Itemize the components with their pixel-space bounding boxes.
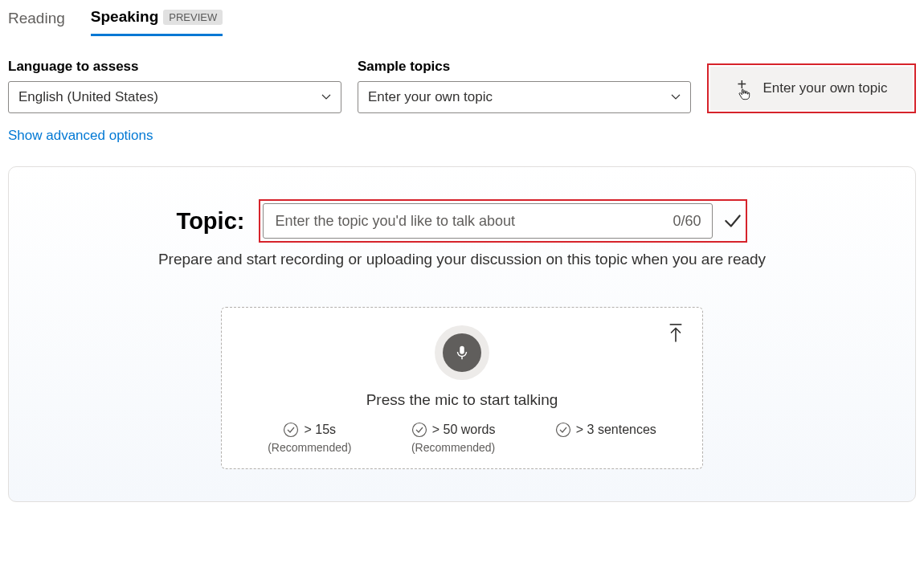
char-count: 0/60 <box>673 213 701 230</box>
svg-rect-1 <box>460 346 464 354</box>
sample-topics-dropdown[interactable]: Enter your own topic <box>358 81 691 113</box>
svg-point-3 <box>284 423 298 437</box>
confirm-checkmark-icon[interactable] <box>722 210 743 231</box>
tab-speaking[interactable]: Speaking PREVIEW <box>91 8 223 36</box>
req-duration: > 15s (Recommended) <box>268 422 351 454</box>
check-circle-icon <box>555 422 571 438</box>
req-words-text: > 50 words <box>432 423 496 437</box>
req-words-rec: (Recommended) <box>411 441 495 454</box>
topic-row: Topic: 0/60 <box>33 199 891 243</box>
mic-inner-circle <box>443 333 481 372</box>
chevron-down-icon <box>671 92 681 102</box>
chevron-down-icon <box>321 92 331 102</box>
req-duration-text: > 15s <box>304 423 336 437</box>
upload-icon[interactable] <box>667 322 685 343</box>
language-value: English (United States) <box>18 89 158 105</box>
main-panel: Topic: 0/60 Prepare and start recording … <box>8 166 916 502</box>
prepare-instructions: Prepare and start recording or uploading… <box>33 251 891 268</box>
plus-with-cursor-icon: + <box>736 76 755 101</box>
language-group: Language to assess English (United State… <box>8 59 341 113</box>
req-duration-rec: (Recommended) <box>268 441 351 454</box>
tab-speaking-label: Speaking <box>91 8 158 26</box>
form-row: Language to assess English (United State… <box>8 59 916 113</box>
preview-badge: PREVIEW <box>163 10 223 25</box>
mic-instructions: Press the mic to start talking <box>246 391 678 409</box>
language-label: Language to assess <box>8 59 341 75</box>
own-topic-highlight: + Enter your own topic <box>707 63 916 113</box>
sample-topics-group: Sample topics Enter your own topic <box>358 59 691 113</box>
enter-own-topic-button[interactable]: + Enter your own topic <box>710 67 913 110</box>
sample-topics-label: Sample topics <box>358 59 691 75</box>
mic-button[interactable] <box>435 325 489 380</box>
topic-input-container: 0/60 <box>263 203 713 239</box>
sample-topics-value: Enter your own topic <box>368 89 493 105</box>
tabs-bar: Reading Speaking PREVIEW <box>8 8 916 36</box>
topic-input-highlight: 0/60 <box>259 199 747 243</box>
language-dropdown[interactable]: English (United States) <box>8 81 341 113</box>
show-advanced-options-link[interactable]: Show advanced options <box>8 128 153 144</box>
requirements-row: > 15s (Recommended) > 50 words (Recommen… <box>246 422 678 454</box>
topic-label: Topic: <box>177 208 245 235</box>
check-circle-icon <box>283 422 299 438</box>
req-words: > 50 words (Recommended) <box>411 422 496 454</box>
own-topic-label: Enter your own topic <box>763 80 888 96</box>
req-sentences-text: > 3 sentences <box>576 423 656 437</box>
svg-point-4 <box>412 423 426 437</box>
record-card: Press the mic to start talking > 15s (Re… <box>221 307 703 469</box>
check-circle-icon <box>411 422 427 438</box>
topic-input[interactable] <box>275 213 664 230</box>
microphone-icon <box>453 344 471 362</box>
hand-cursor-icon <box>736 86 752 102</box>
req-sentences: > 3 sentences <box>555 422 656 454</box>
tab-reading[interactable]: Reading <box>8 10 65 35</box>
svg-point-5 <box>556 423 570 437</box>
